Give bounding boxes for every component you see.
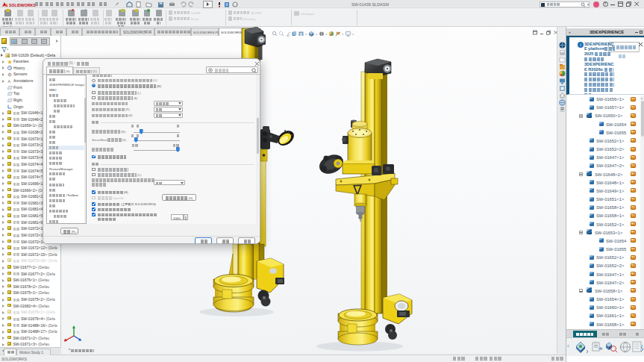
svg-text:SOLIDWORKS: SOLIDWORKS	[9, 2, 36, 7]
svg-text:A: A	[8, 79, 11, 84]
